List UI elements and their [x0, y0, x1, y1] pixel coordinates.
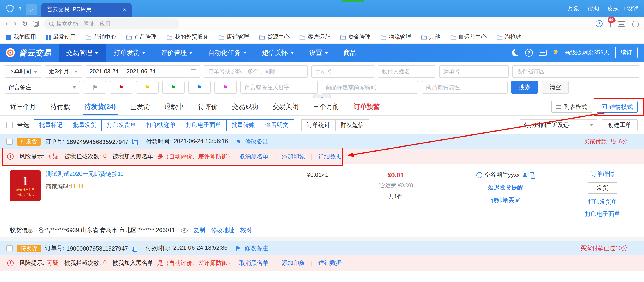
bookmark-folder[interactable]: 营销中心 [86, 33, 116, 41]
app-menu-item[interactable]: 设置 [302, 44, 336, 62]
address-search[interactable] [44, 18, 179, 29]
flag-icon[interactable]: ⚑ [235, 245, 240, 252]
print-eorder-link[interactable]: 打印电子面单 [585, 210, 620, 218]
receiver-input[interactable] [382, 68, 432, 75]
bookmark-folder[interactable]: 产品管理 [126, 33, 157, 41]
forward-icon[interactable]: › [14, 19, 17, 27]
product-title-input[interactable] [326, 84, 414, 90]
bulk-secondary-button[interactable]: 订单统计 [301, 119, 336, 131]
copy-address-link[interactable]: 复制 [194, 226, 205, 234]
titlebar-menu-item[interactable]: 帮助 [587, 4, 599, 12]
memo-keyword-input[interactable] [244, 84, 314, 90]
delay-ship-remind-link[interactable]: 延迟发货提醒 [488, 184, 523, 192]
detail-mode-button[interactable]: 详情模式 [597, 101, 638, 113]
im-contact-icon[interactable] [476, 172, 482, 178]
verify-address-link[interactable]: 核对 [240, 226, 252, 234]
edit-memo-link[interactable]: 修改备注 [244, 244, 268, 252]
add-impression-link[interactable]: 添加印象 [282, 152, 305, 161]
region-field[interactable] [512, 65, 640, 78]
ship-button[interactable]: 发货 [588, 182, 618, 194]
renew-button[interactable]: 续订 [615, 47, 638, 58]
bulk-secondary-button[interactable]: 群发短信 [335, 119, 369, 131]
order-status-tab[interactable]: 已发货 [123, 98, 157, 115]
order-status-tab[interactable]: 订单预警 [346, 98, 387, 115]
add-impression-link[interactable]: 添加印象 [282, 259, 305, 267]
edit-address-link[interactable]: 修改地址 [211, 226, 234, 234]
flag-filter-button[interactable]: ⚑ [162, 81, 185, 94]
memo-select[interactable]: 留言备注 [4, 81, 80, 94]
product-title-field[interactable] [322, 81, 418, 94]
select-all-checkbox[interactable] [6, 122, 12, 128]
order-status-tab[interactable]: 交易关闭 [266, 98, 306, 115]
mail-icon-wrap[interactable]: 99 [610, 20, 611, 27]
order-status-tab[interactable]: 退款中 [157, 98, 191, 115]
notification-bell-icon[interactable] [632, 20, 638, 27]
app-menu-item[interactable]: 评价管理 [153, 44, 200, 62]
bookmark-app[interactable]: 我的应用 [6, 33, 36, 41]
detail-data-link[interactable]: 详细数据 [318, 259, 342, 267]
bulk-action-button[interactable]: 批量转账 [226, 119, 260, 131]
cancel-blacklist-link[interactable]: 取消黑名单 [239, 152, 268, 161]
bookmark-app[interactable]: 最常使用 [46, 33, 76, 41]
tracking-no-input[interactable] [443, 68, 505, 75]
create-ticket-button[interactable]: 创建工单 [602, 119, 638, 131]
app-menu-item[interactable]: 商品 [336, 44, 364, 62]
order-no-input[interactable] [208, 68, 304, 75]
bookmark-folder[interactable]: 物流管理 [380, 33, 411, 41]
add-contact-icon[interactable] [522, 172, 527, 178]
bulk-action-button[interactable]: 打印电子面单 [180, 119, 226, 131]
card-icon[interactable] [538, 50, 547, 55]
refresh-icon[interactable]: ↻ [22, 19, 28, 28]
order-time-select[interactable]: 下单时间 [4, 65, 42, 78]
flag-filter-button[interactable]: ⚑ [214, 81, 237, 94]
bulk-action-button[interactable]: 打印发货单 [101, 119, 142, 131]
flag-filter-button[interactable]: ⚑ [136, 81, 158, 94]
order-detail-link[interactable]: 订单详情 [591, 170, 614, 178]
titlebar-menu-item[interactable]: 万象 [568, 4, 579, 12]
close-button[interactable]: × [635, 5, 638, 12]
collapse-filters-handle[interactable]: ▴ [314, 94, 330, 98]
bulk-action-button[interactable]: 查看明文 [260, 119, 294, 131]
flag-filter-button[interactable]: ⚑ [84, 81, 106, 94]
app-menu-item[interactable]: 交易管理 [58, 44, 106, 62]
sale-attr-input[interactable] [426, 84, 504, 90]
order-checkbox[interactable] [6, 139, 12, 145]
minimize-button[interactable]: − [614, 5, 617, 12]
search-button[interactable]: 搜索 [511, 81, 538, 94]
region-input[interactable] [516, 68, 636, 75]
app-menu-item[interactable]: 自动化任务 [200, 44, 254, 62]
tab-close-icon[interactable]: × [123, 6, 126, 13]
bookmark-folder[interactable]: 其他 [421, 33, 440, 41]
flag-filter-button[interactable]: ⚑ [110, 81, 132, 94]
flag-icon[interactable]: ⚑ [236, 138, 241, 145]
receiver-field[interactable] [378, 65, 436, 78]
eye-icon[interactable] [181, 228, 188, 232]
search-input[interactable] [56, 20, 174, 27]
theme-moon-icon[interactable] [512, 49, 519, 56]
edit-memo-link[interactable]: 修改备注 [245, 138, 268, 146]
order-checkbox[interactable] [6, 245, 12, 252]
back-icon[interactable]: ‹ [6, 19, 8, 27]
print-invoice-link[interactable]: 打印发货单 [588, 198, 617, 206]
order-status-tab[interactable]: 近三个月 [3, 98, 43, 115]
sale-attr-field[interactable] [422, 81, 508, 94]
date-range-picker[interactable]: 2021-03-24 - 2021-06-24 [86, 65, 200, 78]
browser-tab[interactable]: 普云交易_PC应用 × [42, 3, 132, 17]
profile-badge[interactable]: a [18, 5, 22, 12]
bookmark-folder[interactable]: 我的外贸服务 [167, 33, 208, 41]
bulk-action-button[interactable]: 批量发货 [68, 119, 102, 131]
detail-data-link[interactable]: 详细数据 [318, 152, 342, 161]
cancel-blacklist-link[interactable]: 取消黑名单 [239, 259, 268, 267]
history-clock-icon[interactable] [596, 20, 602, 27]
copy-icon[interactable] [132, 246, 137, 251]
bulk-action-button[interactable]: 打印快递单 [141, 119, 181, 131]
copy-icon[interactable] [132, 139, 137, 144]
app-menu-item[interactable]: 打单发货 [106, 44, 153, 62]
date-start-value[interactable]: 2021-03-24 [90, 68, 118, 75]
memo-keyword-field[interactable] [240, 81, 318, 94]
maximize-button[interactable]: □ [624, 5, 628, 12]
app-brand[interactable]: 普云交易 [0, 47, 58, 58]
list-mode-button[interactable]: 列表模式 [551, 101, 592, 113]
transfer-to-buyer-link[interactable]: 转账给买家 [491, 196, 520, 204]
order-status-tab[interactable]: 交易成功 [225, 98, 266, 115]
